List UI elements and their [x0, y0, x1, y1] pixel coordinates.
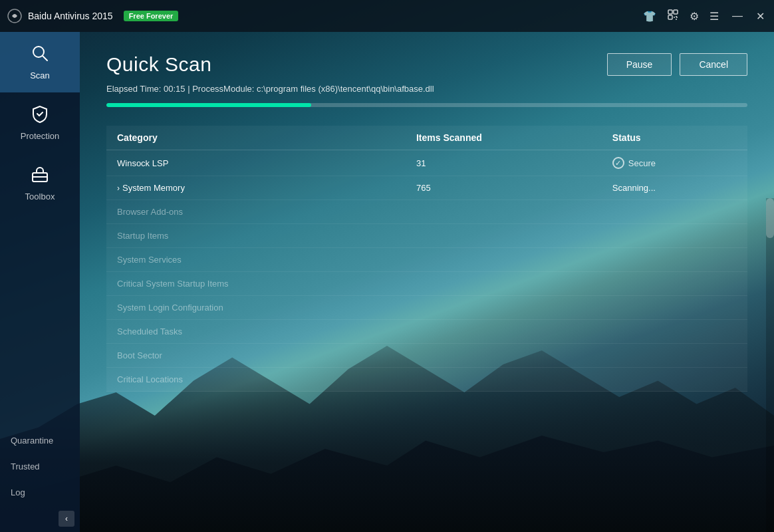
sidebar-item-toolbox[interactable]: Toolbox — [0, 153, 80, 213]
share-icon[interactable] — [667, 9, 679, 23]
items-scanned-cell: 765 — [406, 176, 602, 200]
sidebar-item-trusted[interactable]: Trusted — [0, 454, 80, 479]
category-cell: Critical System Startup Items — [106, 272, 406, 296]
items-scanned-cell — [406, 224, 602, 248]
free-badge: Free Forever — [124, 11, 179, 21]
category-header: Category — [106, 126, 406, 150]
toolbox-icon — [31, 165, 49, 188]
trusted-label: Trusted — [11, 462, 40, 471]
status-cell — [602, 320, 747, 344]
sidebar-collapse-button[interactable]: ‹ — [0, 505, 80, 532]
scan-status-line: Elapsed Time: 00:15 | ProcessModule: c:\… — [106, 84, 747, 94]
protection-icon — [31, 104, 49, 127]
status-cell — [602, 224, 747, 248]
table-row: Winsock LSP31✓Secure — [106, 150, 747, 176]
scan-title: Quick Scan — [106, 53, 211, 76]
sidebar-toolbox-label: Toolbox — [25, 192, 55, 201]
category-cell: Scheduled Tasks — [106, 320, 406, 344]
scan-panel: Quick Scan Pause Cancel Elapsed Time: 00… — [80, 32, 774, 405]
status-cell — [602, 272, 747, 296]
progress-bar-background — [106, 103, 747, 107]
table-row: ›System Memory765Scanning... — [106, 176, 747, 200]
sidebar-item-protection[interactable]: Protection — [0, 92, 80, 153]
sidebar-item-scan[interactable]: Scan — [0, 32, 80, 92]
items-scanned-cell — [406, 296, 602, 320]
app-logo: Baidu Antivirus 2015 Free Forever — [7, 8, 178, 24]
category-cell: Critical Locations — [106, 368, 406, 392]
status-cell: ✓Secure — [602, 150, 747, 176]
category-cell: System Login Configuration — [106, 296, 406, 320]
elapsed-time: Elapsed Time: 00:15 — [106, 84, 186, 94]
items-scanned-cell — [406, 248, 602, 272]
status-cell — [602, 200, 747, 224]
svg-rect-1 — [668, 10, 672, 14]
window-controls: — ✕ — [729, 7, 767, 25]
sidebar: Scan Protection Toolbox Quarantine Trust… — [0, 32, 80, 532]
svg-line-5 — [43, 56, 47, 61]
category-cell: Browser Add-ons — [106, 200, 406, 224]
items-scanned-cell — [406, 272, 602, 296]
items-scanned-cell — [406, 320, 602, 344]
status-cell — [602, 344, 747, 368]
items-scanned-cell — [406, 200, 602, 224]
process-module: ProcessModule: c:\program files (x86)\te… — [192, 84, 434, 94]
sidebar-scan-label: Scan — [30, 70, 50, 80]
category-cell: ›System Memory — [106, 176, 406, 200]
category-cell: Winsock LSP — [106, 150, 406, 176]
close-button[interactable]: ✕ — [753, 7, 767, 25]
quarantine-label: Quarantine — [11, 436, 53, 446]
status-cell: Scanning... — [602, 176, 747, 200]
status-cell — [602, 296, 747, 320]
scan-action-buttons: Pause Cancel — [607, 53, 747, 76]
svg-rect-2 — [674, 10, 678, 14]
chevron-right-icon: › — [117, 184, 120, 193]
table-row: Critical System Startup Items — [106, 272, 747, 296]
table-row: System Services — [106, 248, 747, 272]
status-cell — [602, 368, 747, 392]
scan-header: Quick Scan Pause Cancel — [106, 53, 747, 76]
table-row: System Login Configuration — [106, 296, 747, 320]
items-scanned-cell: 31 — [406, 150, 602, 176]
scrollbar-thumb[interactable] — [766, 198, 774, 238]
table-row: Critical Locations — [106, 368, 747, 392]
secure-status: ✓Secure — [612, 157, 737, 169]
table-row: Boot Sector — [106, 344, 747, 368]
titlebar-actions: 👕 ⚙ ☰ — [643, 9, 719, 23]
main-content: Quick Scan Pause Cancel Elapsed Time: 00… — [80, 32, 774, 532]
table-row: Scheduled Tasks — [106, 320, 747, 344]
status-cell — [602, 248, 747, 272]
category-cell: System Services — [106, 248, 406, 272]
scrollbar-track[interactable] — [766, 198, 774, 532]
sidebar-protection-label: Protection — [21, 131, 60, 141]
app-title: Baidu Antivirus 2015 — [28, 11, 113, 21]
minimize-button[interactable]: — — [729, 7, 745, 25]
collapse-arrow-icon: ‹ — [59, 511, 74, 527]
shirt-icon[interactable]: 👕 — [643, 10, 656, 23]
log-label: Log — [11, 487, 25, 497]
menu-icon[interactable]: ☰ — [710, 10, 719, 23]
items-scanned-cell — [406, 368, 602, 392]
table-row: Startup Items — [106, 224, 747, 248]
baidu-logo-icon — [7, 8, 23, 24]
sidebar-item-quarantine[interactable]: Quarantine — [0, 428, 80, 454]
cancel-button[interactable]: Cancel — [680, 53, 747, 76]
pause-button[interactable]: Pause — [607, 53, 672, 76]
scan-icon — [31, 44, 49, 66]
category-cell: Boot Sector — [106, 344, 406, 368]
items-scanned-cell — [406, 344, 602, 368]
table-row: Browser Add-ons — [106, 200, 747, 224]
status-header: Status — [602, 126, 747, 150]
settings-icon[interactable]: ⚙ — [690, 10, 699, 23]
svg-rect-3 — [668, 15, 672, 19]
sidebar-item-log[interactable]: Log — [0, 479, 80, 505]
scan-results-table: Category Items Scanned Status Winsock LS… — [106, 126, 747, 392]
checkmark-icon: ✓ — [612, 157, 624, 169]
category-cell: Startup Items — [106, 224, 406, 248]
items-scanned-header: Items Scanned — [406, 126, 602, 150]
progress-bar-fill — [106, 103, 311, 107]
titlebar: Baidu Antivirus 2015 Free Forever 👕 ⚙ ☰ … — [0, 0, 774, 32]
